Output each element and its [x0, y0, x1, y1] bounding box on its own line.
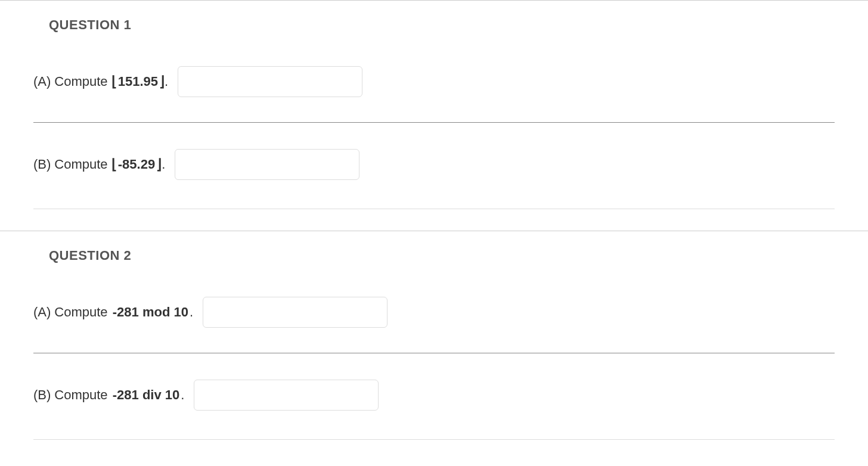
question-title: QUESTION 1 [0, 1, 868, 51]
part-period: . [162, 157, 165, 172]
question-title: QUESTION 2 [0, 231, 868, 281]
question-2-part-b: (B) Compute -281 div 10 . [33, 364, 835, 432]
part-label: (A) [33, 305, 51, 320]
question-2-content: (A) Compute -281 mod 10 . (B) Compute -2… [0, 281, 868, 461]
part-prompt: Compute [54, 305, 107, 320]
answer-input-1b[interactable] [175, 149, 359, 180]
part-label: (B) [33, 157, 51, 172]
part-prompt: Compute [54, 387, 107, 403]
floor-right-icon: ⌋ [156, 156, 162, 173]
answer-input-2a[interactable] [203, 297, 388, 328]
part-prompt: Compute [54, 157, 107, 172]
answer-input-2b[interactable] [194, 380, 379, 411]
part-label: (A) [33, 74, 51, 89]
question-2-part-a: (A) Compute -281 mod 10 . [33, 281, 835, 349]
question-end-divider [33, 209, 835, 209]
part-period: . [190, 305, 193, 320]
question-2-block: QUESTION 2 (A) Compute -281 mod 10 . (B)… [0, 231, 868, 461]
part-expression: -281 div 10 [113, 387, 180, 403]
floor-left-icon: ⌊ [111, 73, 117, 90]
answer-input-1a[interactable] [178, 66, 362, 97]
question-1-part-a: (A) Compute ⌊ 151.95 ⌋ . [33, 51, 835, 119]
question-1-block: QUESTION 1 (A) Compute ⌊ 151.95 ⌋ . (B) … [0, 0, 868, 231]
part-expression: -85.29 [118, 157, 155, 172]
part-divider [33, 353, 835, 353]
part-period: . [165, 74, 168, 89]
part-divider [33, 122, 835, 123]
part-label: (B) [33, 387, 51, 403]
part-expression: -281 mod 10 [113, 305, 188, 320]
floor-left-icon: ⌊ [111, 156, 117, 173]
part-expression: 151.95 [118, 74, 158, 89]
part-period: . [181, 387, 184, 403]
floor-right-icon: ⌋ [159, 73, 165, 90]
question-1-part-b: (B) Compute ⌊ -85.29 ⌋ . [33, 133, 835, 201]
question-1-content: (A) Compute ⌊ 151.95 ⌋ . (B) Compute ⌊ -… [0, 51, 868, 231]
part-prompt: Compute [54, 74, 107, 89]
question-end-divider [33, 439, 835, 440]
